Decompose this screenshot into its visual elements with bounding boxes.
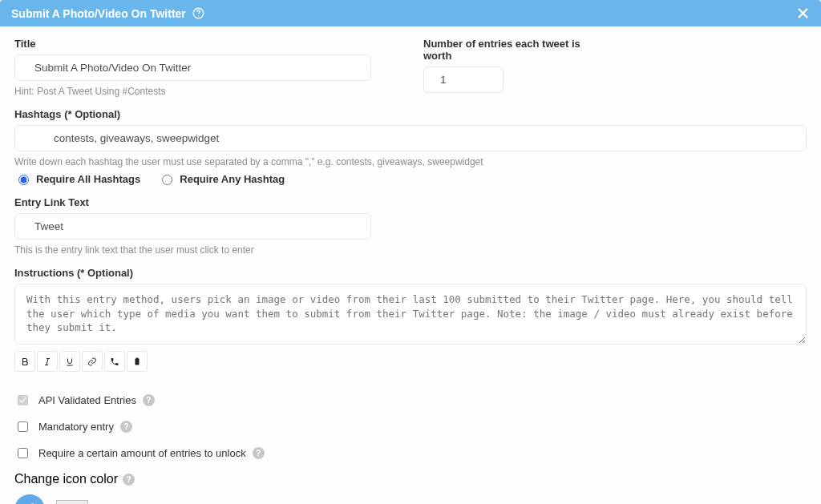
icon-color-label: Change icon color (14, 472, 118, 486)
require-all-radio-label[interactable]: Require All Hashtags (14, 172, 140, 185)
help-icon[interactable]: ? (123, 474, 135, 486)
modal-body: Title Hint: Post A Tweet Using #Contests… (0, 26, 821, 504)
title-hint: Hint: Post A Tweet Using #Contests (14, 86, 371, 97)
svg-rect-2 (135, 358, 140, 365)
twitter-icon (14, 494, 45, 504)
modal: Submit A Photo/Video On Twitter Title Hi… (0, 0, 821, 504)
instructions-label: Instructions (* Optional) (14, 267, 807, 279)
mandatory-checkbox[interactable] (18, 421, 28, 432)
bold-button[interactable] (14, 351, 35, 372)
unlock-checkbox-label[interactable]: Require a certain amount of entries to u… (14, 446, 246, 461)
hashtags-hint: Write down each hashtag the user must us… (14, 156, 807, 167)
italic-button[interactable] (37, 351, 58, 372)
require-any-radio-label[interactable]: Require Any Hashtag (158, 172, 285, 185)
help-icon[interactable]: ? (120, 421, 132, 433)
entries-label: Number of entries each tweet is worth (423, 38, 584, 62)
close-icon[interactable] (796, 6, 810, 20)
help-icon[interactable] (192, 7, 204, 19)
entries-input[interactable] (423, 67, 504, 93)
link-button[interactable] (82, 351, 103, 372)
help-icon[interactable]: ? (253, 447, 265, 459)
modal-header: Submit A Photo/Video On Twitter (0, 0, 821, 26)
hashtags-label: Hashtags (* Optional) (14, 108, 807, 120)
require-all-radio[interactable] (18, 175, 29, 185)
require-any-radio[interactable] (162, 175, 172, 185)
color-picker[interactable]: ▼ (56, 500, 88, 504)
phone-button[interactable] (104, 351, 125, 372)
svg-rect-3 (136, 357, 139, 359)
api-validated-checkbox-label: API Validated Entries (14, 393, 136, 408)
entry-link-label: Entry Link Text (14, 196, 371, 208)
hashtags-input[interactable] (14, 125, 807, 151)
editor-toolbar (14, 351, 807, 372)
clipboard-button[interactable] (127, 351, 148, 372)
help-icon[interactable]: ? (143, 394, 155, 406)
modal-title: Submit A Photo/Video On Twitter (11, 7, 186, 20)
unlock-checkbox[interactable] (18, 448, 28, 458)
title-label: Title (14, 38, 371, 50)
svg-point-1 (198, 15, 199, 16)
entry-link-input[interactable] (14, 213, 371, 240)
api-validated-checkbox (18, 395, 28, 405)
title-input[interactable] (14, 54, 371, 81)
underline-button[interactable] (59, 351, 80, 372)
mandatory-checkbox-label[interactable]: Mandatory entry (14, 419, 114, 434)
instructions-textarea[interactable] (14, 284, 807, 345)
entry-link-hint: This is the entry link text that the use… (14, 244, 371, 256)
